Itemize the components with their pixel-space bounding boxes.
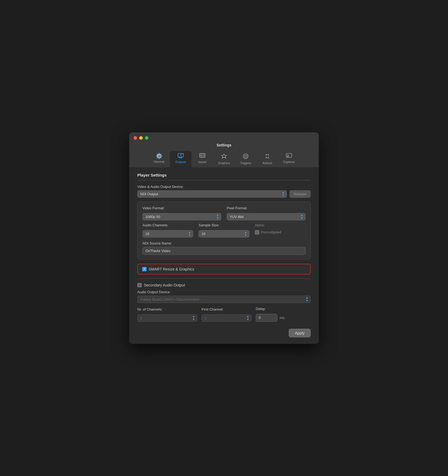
tab-triggers[interactable]: Triggers [235, 151, 257, 167]
tab-inputs-label: Inputs [198, 160, 206, 164]
audio-output-device-label: Audio Output Device: [137, 290, 311, 294]
tab-outputs-label: Outputs [176, 160, 186, 164]
video-format-label: Video Format: [142, 206, 221, 210]
svg-point-5 [245, 156, 246, 157]
video-format-group: Video Format: 1080p 50 ▲▼ [142, 206, 221, 220]
nr-channels-group: Nr. of Channels: 2 ▲▼ [137, 307, 197, 322]
video-audio-device-label-row: Video & Audio Output Device: [137, 185, 311, 189]
tab-general[interactable]: ⚙️ General [148, 151, 170, 167]
divider-2 [137, 278, 311, 279]
audio-output-device-wrapper: Galaxy Buds2 (A447) <Disconnected> ▲▼ [137, 296, 311, 303]
delay-label: Delay: [256, 307, 311, 311]
first-channel-wrapper: 1 ▲▼ [202, 314, 251, 322]
alpha-check-label: Premultiplied [261, 230, 281, 234]
smart-resize-row: ✓ SMART Resize & Graphics [142, 267, 306, 271]
secondary-audio-checkbox-row: Secondary Audio Output [137, 283, 311, 287]
svg-point-2 [201, 155, 202, 156]
video-format-wrapper: 1080p 50 ▲▼ [142, 213, 221, 220]
captions-icon [286, 153, 292, 159]
ndi-source-input[interactable] [142, 247, 306, 255]
tab-general-label: General [154, 160, 164, 163]
tab-graphics-label: Graphics [218, 161, 230, 165]
audio-channels-label: Audio Channels: [142, 223, 193, 227]
delay-input[interactable] [256, 314, 277, 322]
delay-input-row: ms. [256, 314, 311, 322]
pixel-format-wrapper: YUV 8bit ▲▼ [227, 213, 306, 220]
settings-window: Settings ⚙️ General Outputs [129, 132, 319, 344]
general-icon: ⚙️ [156, 153, 163, 159]
close-button[interactable] [134, 136, 137, 140]
outputs-icon [178, 153, 184, 159]
sample-size-wrapper: 16 ▲▼ [199, 230, 249, 237]
nr-channels-label: Nr. of Channels: [137, 307, 197, 311]
apply-button[interactable]: Apply [289, 329, 311, 337]
audio-output-device-select: Galaxy Buds2 (A447) <Disconnected> [137, 296, 311, 303]
video-audio-device-row: NDI Output ▲▼ Release [137, 190, 311, 198]
format-top-row: Video Format: 1080p 50 ▲▼ Pixel Format: [142, 206, 306, 220]
audio-output-device-group: Audio Output Device: Galaxy Buds2 (A447)… [137, 290, 311, 303]
tab-bar: ⚙️ General Outputs [134, 151, 314, 167]
smart-resize-highlight: ✓ SMART Resize & Graphics [137, 264, 311, 275]
output-device-wrapper: NDI Output ▲▼ [137, 190, 287, 198]
first-channel-select: 1 [202, 314, 251, 322]
pixel-format-select[interactable]: YUV 8bit [227, 213, 306, 220]
nr-channels-wrapper: 2 ▲▼ [137, 314, 197, 322]
titlebar: Settings ⚙️ General Outputs [129, 132, 319, 167]
tab-captions-label: Captions [283, 160, 295, 164]
secondary-audio-checkbox[interactable] [137, 283, 142, 287]
smart-resize-checkbox[interactable]: ✓ [142, 267, 147, 271]
section-divider [137, 180, 311, 180]
section-title: Player Settings [137, 173, 311, 177]
tab-actions-label: Actions [262, 161, 272, 165]
fullscreen-button[interactable] [145, 136, 148, 140]
secondary-audio-row: Secondary Audio Output [137, 283, 311, 287]
inputs-icon [199, 153, 205, 159]
delay-group: Delay: ms. [256, 307, 311, 322]
graphics-icon [221, 153, 227, 160]
pixel-format-label: Pixel Format: [227, 206, 306, 210]
nr-channels-select: 2 [137, 314, 197, 322]
alpha-check-row: Premultiplied [255, 230, 306, 234]
ndi-source-label: NDI Source Name: [142, 241, 306, 245]
main-content: Player Settings Video & Audio Output Dev… [129, 167, 319, 344]
svg-rect-0 [178, 154, 183, 157]
player-settings-section: Player Settings Video & Audio Output Dev… [137, 173, 311, 337]
actions-icon [264, 153, 270, 160]
channels-delay-row: Nr. of Channels: 2 ▲▼ First Channel: 1 [137, 307, 311, 322]
release-button[interactable]: Release [290, 190, 311, 198]
window-title: Settings [216, 143, 231, 147]
triggers-icon [243, 153, 249, 160]
first-channel-group: First Channel: 1 ▲▼ [202, 307, 251, 322]
video-format-select[interactable]: 1080p 50 [142, 213, 221, 220]
secondary-audio-label: Secondary Audio Output [144, 283, 185, 287]
tab-graphics[interactable]: Graphics [213, 151, 235, 167]
tab-inputs[interactable]: Inputs [191, 151, 213, 167]
format-card: Video Format: 1080p 50 ▲▼ Pixel Format: [137, 201, 311, 259]
sample-size-select[interactable]: 16 [199, 230, 249, 237]
alpha-group: Alpha: Premultiplied [255, 223, 306, 237]
window-controls [134, 136, 148, 140]
video-audio-label: Video & Audio Output Device: [137, 185, 311, 189]
format-bottom-row: Audio Channels: 16 ▲▼ Sample Size: [142, 223, 306, 237]
apply-row: Apply [137, 326, 311, 337]
tab-actions[interactable]: Actions [257, 151, 278, 167]
smart-resize-label: SMART Resize & Graphics [149, 267, 194, 271]
alpha-checkbox[interactable] [255, 230, 259, 234]
pixel-format-group: Pixel Format: YUV 8bit ▲▼ [227, 206, 306, 220]
tab-outputs[interactable]: Outputs [170, 151, 191, 167]
audio-channels-select[interactable]: 16 [142, 230, 193, 237]
alpha-label: Alpha: [255, 223, 306, 227]
ndi-source-group: NDI Source Name: [142, 241, 306, 255]
first-channel-label: First Channel: [202, 307, 251, 311]
minimize-button[interactable] [139, 136, 143, 140]
ms-label: ms. [280, 316, 285, 320]
sample-size-label: Sample Size: [199, 223, 249, 227]
audio-channels-wrapper: 16 ▲▼ [142, 230, 193, 237]
tab-captions[interactable]: Captions [278, 151, 300, 167]
sample-size-group: Sample Size: 16 ▲▼ [199, 223, 249, 237]
tab-triggers-label: Triggers [240, 161, 251, 165]
output-device-select[interactable]: NDI Output [137, 190, 287, 198]
audio-channels-group: Audio Channels: 16 ▲▼ [142, 223, 193, 237]
